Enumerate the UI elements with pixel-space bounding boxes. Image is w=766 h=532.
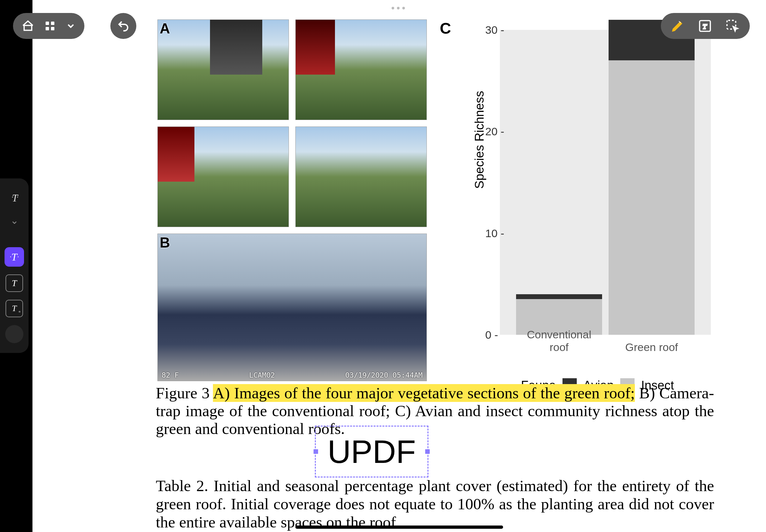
text-tool-outline[interactable]: T	[6, 274, 23, 292]
resize-handle-left[interactable]	[313, 449, 318, 454]
figure-3-panel-a-photo-3	[157, 127, 289, 227]
panel-label-b: B	[160, 235, 170, 251]
top-left-toolbar	[13, 13, 84, 39]
home-icon[interactable]	[21, 19, 34, 32]
camera-id: LCAM02	[249, 371, 275, 379]
figure-3-panel-a-photo-2	[295, 19, 427, 120]
figure-3-chart: Conventional roofGreen roof Species Rich…	[466, 27, 716, 351]
figure-3-panel-a-photo-1: A	[157, 19, 289, 120]
svg-text:T: T	[703, 22, 707, 30]
svg-rect-0	[46, 22, 49, 25]
highlighter-icon[interactable]	[671, 19, 685, 33]
chart-ytick: 0 -	[485, 329, 534, 341]
svg-rect-2	[46, 27, 49, 30]
top-right-toolbar: T	[661, 13, 750, 39]
chart-x-category-label: Green roof	[609, 341, 695, 354]
panel-label-a: A	[160, 20, 170, 37]
page-drag-handle[interactable]: •••	[391, 3, 407, 14]
chart-ytick: 20 -	[485, 125, 534, 138]
camera-timestamp: 03/19/2020 05:44AM	[345, 371, 423, 379]
inserted-text-content[interactable]: UPDF	[327, 433, 416, 470]
text-annotate-icon[interactable]: T	[698, 19, 712, 33]
chart-plot-area: Conventional roofGreen roof	[500, 30, 711, 335]
figure-3-panel-a-photo-4	[295, 127, 427, 227]
chart-y-axis-label: Species Richness	[473, 91, 487, 189]
camera-temp: 82 F	[162, 371, 179, 379]
figure-3-panel-b-photo: B 82 F LCAM02 03/19/2020 05:44AM	[157, 234, 427, 381]
camera-overlay: 82 F LCAM02 03/19/2020 05:44AM	[158, 369, 427, 381]
text-tool-active[interactable]: ·T·	[5, 247, 24, 267]
svg-rect-1	[51, 22, 55, 25]
left-tool-panel: ·T· ⌄ ·T· T T▫	[0, 178, 29, 353]
caption-figure-label: Figure 3	[156, 384, 210, 402]
svg-rect-3	[51, 27, 55, 30]
caption-highlighted-span: A) Images of the four major vegetative s…	[213, 384, 635, 402]
resize-handle-right[interactable]	[425, 449, 430, 454]
chevron-down-icon[interactable]	[66, 21, 76, 31]
text-tool-subscript[interactable]: T▫	[6, 300, 23, 317]
document-page: ••• A B 82 F LCAM02 03/19/2020 05:44AM	[32, 0, 766, 532]
lasso-select-icon[interactable]	[725, 18, 740, 33]
figure-3-caption: Figure 3 A) Images of the four major veg…	[156, 384, 714, 438]
inserted-text-box[interactable]: UPDF	[315, 426, 429, 478]
figure-3: A B 82 F LCAM02 03/19/2020 05:44AM C	[157, 19, 716, 376]
color-picker-dot[interactable]	[5, 325, 23, 343]
home-indicator[interactable]	[295, 526, 503, 529]
undo-button[interactable]	[110, 13, 136, 39]
chart-ytick: 10 -	[485, 227, 534, 239]
table-2-caption: Table 2. Initial and seasonal percentage…	[156, 477, 714, 531]
panel-label-c: C	[440, 19, 451, 37]
text-tool-dotted[interactable]: ·T·	[5, 188, 24, 208]
chart-bar-insect	[609, 60, 695, 335]
grid-icon[interactable]	[44, 20, 56, 32]
chevron-down-icon[interactable]: ⌄	[5, 215, 24, 225]
chart-bar-avian	[516, 294, 602, 299]
chart-ytick: 30 -	[485, 24, 534, 36]
